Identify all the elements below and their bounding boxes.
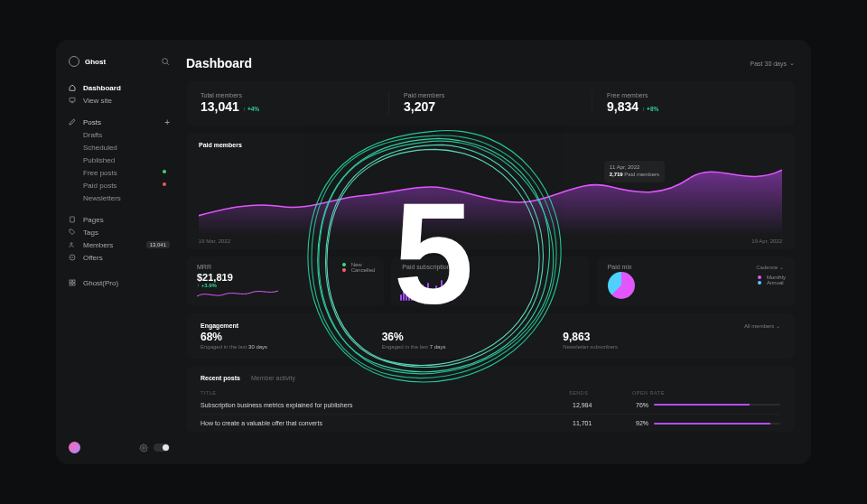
paid-mix-label: Paid mix [608, 264, 632, 270]
cell-open-rate: 76% [636, 402, 780, 408]
nav-label: Drafts [83, 131, 102, 139]
table-row[interactable]: How to create a valuable offer that conv… [200, 414, 780, 432]
main: Dashboard Past 30 days ⌄ Total members 1… [177, 40, 811, 464]
gear-icon[interactable] [139, 443, 148, 453]
nav-paid-posts[interactable]: Paid posts [69, 179, 170, 191]
members-count-badge: 13,041 [146, 241, 170, 248]
nav-ghost-pro[interactable]: Ghost(Pro) [69, 276, 170, 289]
page-title: Dashboard [186, 56, 252, 70]
nav-label: Posts [83, 118, 101, 126]
newsletter-subscribers: 9,863 Newsletter subscribers [563, 322, 744, 350]
mrr-sparkline [197, 285, 278, 302]
kpi-paid-members[interactable]: Paid members 3,207 [389, 92, 592, 115]
cell-title: Subscription business metrics explained … [200, 402, 573, 408]
nav-label: View site [83, 97, 112, 105]
svg-rect-10 [70, 284, 71, 285]
nav-scheduled[interactable]: Scheduled [69, 141, 170, 154]
nav-offers[interactable]: Offers [69, 251, 170, 264]
pencil-icon [69, 118, 76, 126]
paid-mix-select[interactable]: Cadence ⌄ [756, 264, 784, 270]
svg-rect-4 [70, 217, 75, 222]
paid-sub-label: Paid subscriptions [402, 264, 578, 270]
offer-icon [69, 254, 76, 261]
nav-tags[interactable]: Tags [69, 226, 170, 238]
svg-rect-9 [73, 280, 75, 282]
table-row[interactable]: Subscription business metrics explained … [200, 396, 780, 414]
kpi-delta: +4% [243, 106, 259, 112]
grid-icon [69, 279, 76, 286]
brand[interactable]: Ghost [69, 56, 170, 67]
nav-free-posts[interactable]: Free posts [69, 166, 170, 179]
sidebar: Ghost Dashboard View site Posts + Drafts… [56, 40, 177, 464]
paid-members-chart: Paid members 11 Apr, 2022 2,719 Paid mem… [186, 133, 795, 249]
col-open-rate: OPEN RATE [632, 390, 777, 396]
svg-point-12 [143, 446, 145, 449]
nav-label: Published [83, 156, 115, 164]
theme-toggle[interactable] [154, 443, 170, 452]
page-icon [69, 216, 76, 223]
status-dot [163, 182, 166, 186]
newsletter-value: 9,863 [563, 331, 744, 343]
table-body: Subscription business metrics explained … [200, 396, 780, 432]
paid-subscriptions-card[interactable]: Paid subscriptions [391, 257, 589, 306]
nav-view-site[interactable]: View site [69, 94, 170, 107]
status-dot [163, 170, 166, 173]
mrr-card[interactable]: MRR $21,819 +3.9% New Cancelled [186, 257, 384, 306]
nav-label: Free posts [83, 169, 117, 177]
kpi-total-members[interactable]: Total members 13,041+4% [186, 92, 389, 115]
svg-rect-11 [73, 284, 75, 285]
nav-drafts[interactable]: Drafts [69, 128, 170, 141]
range-label: Past 30 days [750, 61, 787, 67]
nav-newsletters[interactable]: Newsletters [69, 191, 170, 204]
nav-label: Pages [83, 216, 104, 224]
sidebar-footer [69, 442, 170, 453]
range-select[interactable]: Past 30 days ⌄ [750, 60, 795, 67]
nav-members[interactable]: Members13,041 [69, 238, 170, 251]
home-icon [69, 84, 76, 91]
eng-7d-value: 36% [382, 331, 564, 343]
paid-mix-pie [608, 272, 635, 299]
nav-label: Dashboard [83, 84, 121, 92]
legend-annual: Annual [767, 280, 784, 285]
cell-open-rate: 92% [636, 420, 780, 426]
col-sends: SENDS [569, 390, 632, 396]
recent-posts-card: Recent posts Member activity TITLE SENDS… [186, 366, 795, 432]
page-header: Dashboard Past 30 days ⌄ [186, 56, 795, 70]
chart-tooltip: 11 Apr, 2022 2,719 Paid members [604, 161, 665, 182]
nav-label: Offers [83, 254, 103, 262]
tooltip-label: Paid members [624, 172, 659, 177]
cell-title: How to create a valuable offer that conv… [200, 420, 573, 426]
paid-mix-card[interactable]: Paid mix Cadence ⌄ Monthly Annual [597, 257, 795, 306]
nav-label: Scheduled [83, 144, 117, 152]
nav-pages[interactable]: Pages [69, 213, 170, 226]
col-title: TITLE [200, 390, 569, 396]
eng-30d-value: 68% [200, 331, 382, 343]
nav-posts[interactable]: Posts + [69, 116, 170, 128]
tab-recent-posts[interactable]: Recent posts [200, 375, 240, 381]
app-window: Ghost Dashboard View site Posts + Drafts… [56, 40, 811, 464]
add-post-icon[interactable]: + [164, 117, 170, 127]
kpi-value: 3,207 [404, 99, 435, 114]
table-header: TITLE SENDS OPEN RATE [200, 390, 780, 396]
table-tabs: Recent posts Member activity [200, 375, 780, 381]
mrr-value: $21,819 [197, 272, 373, 283]
legend-cancel: Cancelled [351, 267, 376, 273]
brand-name: Ghost [85, 58, 106, 66]
tab-member-activity[interactable]: Member activity [251, 375, 295, 381]
kpi-free-members[interactable]: Free members 9,834+8% [592, 92, 795, 115]
mid-metric-row: MRR $21,819 +3.9% New Cancelled Paid sub… [186, 257, 795, 306]
nav-dashboard[interactable]: Dashboard [69, 81, 170, 94]
paid-mix-legend: Monthly Annual [758, 275, 786, 285]
chart-area[interactable]: 11 Apr, 2022 2,719 Paid members [199, 152, 782, 235]
all-members-link[interactable]: All members ⌄ [744, 322, 780, 329]
monitor-icon [69, 97, 76, 104]
chevron-down-icon: ⌄ [789, 60, 795, 67]
avatar[interactable] [69, 442, 80, 453]
svg-rect-2 [70, 98, 75, 101]
kpi-label: Total members [200, 92, 374, 98]
nav-published[interactable]: Published [69, 154, 170, 166]
chart-title: Paid members [199, 142, 782, 148]
search-icon[interactable] [161, 57, 170, 66]
nav-label: Ghost(Pro) [83, 279, 118, 287]
cell-sends: 12,984 [573, 402, 636, 408]
